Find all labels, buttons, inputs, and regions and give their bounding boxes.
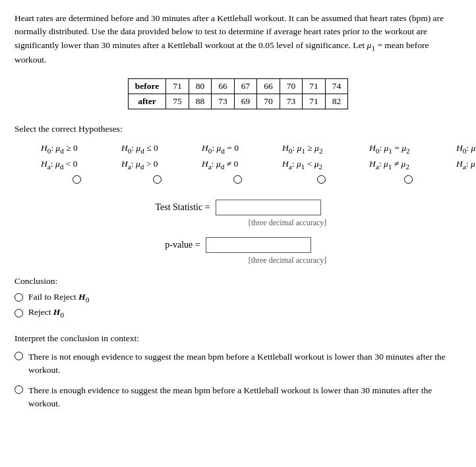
test-statistic-label: Test Statistic = (155, 202, 210, 213)
radio-reject[interactable] (15, 309, 23, 317)
table-cell: 71 (303, 79, 326, 94)
hyp-ha-3: Ha: μd ≠ 0 (202, 157, 273, 173)
data-table-wrapper: before 71 80 66 67 66 70 71 74 after 75 … (15, 78, 461, 109)
table-cell: 71 (303, 94, 326, 109)
radio-fail-to-reject[interactable] (15, 293, 23, 302)
table-cell: 70 (257, 94, 280, 109)
radio-hyp-4[interactable] (317, 175, 326, 184)
table-cell: 73 (212, 94, 235, 109)
interpret-option-1: There is not enough evidence to suggest … (15, 350, 461, 377)
conclusion-option-fail: Fail to Reject H0 (15, 292, 461, 304)
interpret-text-2: There is enough evidence to suggest the … (28, 384, 450, 411)
table-cell: 66 (257, 79, 280, 94)
table-header-before: before (128, 79, 166, 94)
test-statistic-container: Test Statistic = [three decimal accuracy… (15, 200, 461, 228)
table-cell: 74 (325, 79, 348, 94)
pvalue-label: p-value = (165, 240, 200, 250)
radio-hyp-5[interactable] (404, 175, 413, 184)
hyp-h0-6: H0: μ1 ≤ μ2 (456, 141, 476, 157)
radio-hyp-2[interactable] (153, 175, 162, 184)
hyp-ha-6: Ha: μ1 > μ2 (456, 157, 476, 173)
interpret-option-2: There is enough evidence to suggest the … (15, 384, 461, 411)
hyp-ha-4: Ha: μ1 < μ2 (282, 157, 360, 173)
pvalue-row: p-value = (15, 237, 461, 253)
radio-hyp-3[interactable] (233, 175, 242, 184)
table-cell: 71 (166, 79, 189, 94)
conclusion-fail-text: Fail to Reject H0 (28, 292, 89, 304)
pvalue-note: [three decimal accuracy] (113, 256, 461, 265)
table-cell: 75 (166, 94, 189, 109)
radio-interpret-2[interactable] (15, 385, 23, 394)
radio-hyp-1[interactable] (73, 175, 81, 184)
table-header-after: after (128, 94, 166, 109)
interpret-label: Interpret the conclusion in context: (15, 333, 461, 344)
conclusion-section: Conclusion: Fail to Reject H0 Reject H0 (15, 276, 461, 319)
hyp-h0-1: H0: μd ≥ 0 (41, 141, 112, 157)
test-statistic-input[interactable] (216, 200, 321, 215)
table-cell: 82 (325, 94, 348, 109)
data-table: before 71 80 66 67 66 70 71 74 after 75 … (128, 78, 349, 109)
radio-interpret-1[interactable] (15, 352, 23, 360)
hyp-ha-1: Ha: μd < 0 (41, 157, 112, 173)
hyp-h0-5: H0: μ1 = μ2 (369, 141, 447, 157)
table-cell: 66 (212, 79, 235, 94)
table-cell: 80 (189, 79, 212, 94)
test-statistic-note: [three decimal accuracy] (113, 218, 461, 228)
hypotheses-container: H0: μd ≥ 0 Ha: μd < 0 H0: μd ≤ 0 Ha: μd … (41, 141, 461, 183)
conclusion-reject-text: Reject H0 (28, 307, 64, 319)
table-cell: 70 (280, 79, 303, 94)
pvalue-input[interactable] (206, 237, 311, 253)
conclusion-label: Conclusion: (15, 276, 461, 287)
conclusion-option-reject: Reject H0 (15, 307, 461, 319)
intro-text: Heart rates are determined before and 30… (15, 12, 461, 67)
table-cell: 88 (189, 94, 212, 109)
table-cell: 73 (280, 94, 303, 109)
interpret-section: Interpret the conclusion in context: The… (15, 333, 461, 410)
pvalue-container: p-value = [three decimal accuracy] (15, 237, 461, 265)
hyp-ha-5: Ha: μ1 ≠ μ2 (369, 157, 447, 173)
table-cell: 67 (234, 79, 257, 94)
interpret-text-1: There is not enough evidence to suggest … (28, 350, 450, 377)
hypotheses-section-label: Select the correct Hypotheses: (15, 124, 461, 134)
hyp-h0-3: H0: μd = 0 (202, 141, 273, 157)
hyp-h0-2: H0: μd ≤ 0 (121, 141, 193, 157)
table-cell: 69 (234, 94, 257, 109)
test-statistic-row: Test Statistic = (15, 200, 461, 215)
hyp-h0-4: H0: μ1 ≥ μ2 (282, 141, 360, 157)
hyp-ha-2: Ha: μd > 0 (121, 157, 193, 173)
